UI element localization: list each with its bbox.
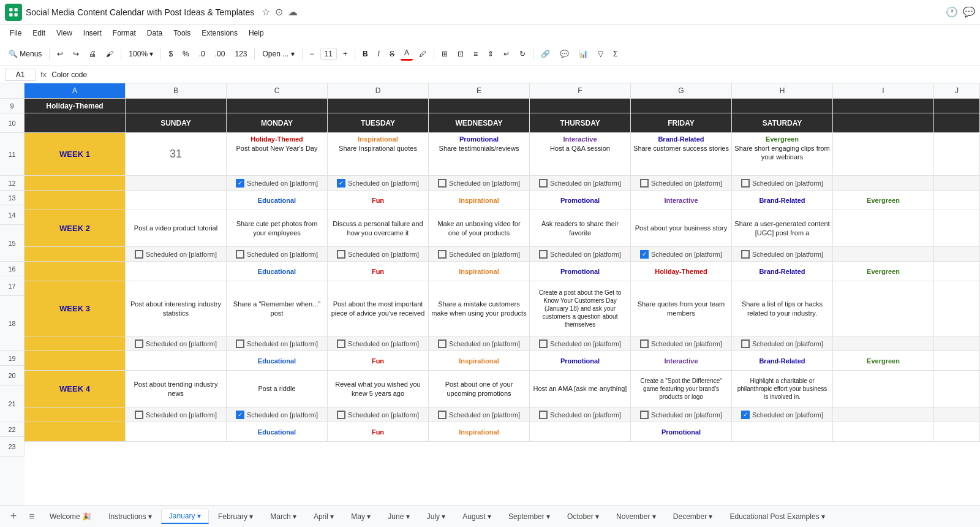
- menu-help[interactable]: Help: [244, 28, 269, 39]
- menu-tools[interactable]: Tools: [168, 28, 195, 39]
- checkbox-w4-mon[interactable]: ✓: [236, 411, 244, 419]
- percent-button[interactable]: %: [179, 48, 193, 60]
- tab-march[interactable]: March ▾: [262, 509, 304, 524]
- tab-june[interactable]: June ▾: [380, 509, 417, 524]
- week2-check-c[interactable]: Scheduled on [platform]: [227, 247, 328, 262]
- more-formats[interactable]: 123: [231, 48, 251, 60]
- week4-check-d[interactable]: Scheduled on [platform]: [328, 408, 429, 422]
- italic-button[interactable]: I: [374, 48, 383, 60]
- tab-november[interactable]: November ▾: [608, 509, 664, 524]
- print-button[interactable]: 🖨: [85, 48, 100, 60]
- checkbox-w2-thu[interactable]: [539, 250, 548, 259]
- checkbox-w1-tue[interactable]: ✓: [337, 179, 345, 188]
- col-header-b[interactable]: B: [126, 83, 227, 98]
- font-size[interactable]: 11: [320, 48, 337, 60]
- redo-button[interactable]: ↪: [69, 48, 83, 60]
- functions-button[interactable]: Σ: [609, 48, 621, 60]
- history-icon[interactable]: ⊙: [275, 6, 283, 18]
- checkbox-w3-wed[interactable]: [438, 339, 447, 348]
- increase-decimal[interactable]: .00: [211, 48, 229, 60]
- col-header-g[interactable]: G: [631, 83, 732, 98]
- checkbox-w4-fri[interactable]: [640, 411, 649, 419]
- bold-button[interactable]: B: [359, 48, 372, 60]
- sheet-menu-button[interactable]: ≡: [23, 508, 40, 525]
- week4-check-e[interactable]: Scheduled on [platform]: [429, 408, 530, 422]
- activity-icon[interactable]: 🕐: [946, 6, 958, 18]
- menu-file[interactable]: File: [5, 28, 26, 39]
- checkbox-w3-tue[interactable]: [337, 339, 345, 348]
- checkbox-w3-mon[interactable]: [236, 339, 244, 348]
- merge-button[interactable]: ⊡: [454, 48, 467, 60]
- tab-january[interactable]: January ▾: [161, 509, 209, 524]
- strikethrough-button[interactable]: S: [386, 48, 398, 60]
- checkbox-w1-fri[interactable]: [640, 179, 649, 188]
- checkbox-w4-thu[interactable]: [539, 411, 548, 419]
- increase-font[interactable]: +: [339, 48, 351, 60]
- week3-check-d[interactable]: Scheduled on [platform]: [328, 336, 429, 351]
- col-header-h[interactable]: H: [732, 83, 833, 98]
- col-header-e[interactable]: E: [429, 83, 530, 98]
- tab-april[interactable]: April ▾: [306, 509, 342, 524]
- checkbox-w3-thu[interactable]: [539, 339, 548, 348]
- col-header-a[interactable]: A: [24, 83, 126, 98]
- cell-reference[interactable]: A1: [5, 69, 36, 81]
- week1-friday-check[interactable]: Scheduled on [platform]: [631, 176, 732, 191]
- week2-check-e[interactable]: Scheduled on [platform]: [429, 247, 530, 262]
- font-dropdown[interactable]: Open ... ▾: [258, 48, 298, 60]
- checkbox-w2-sat[interactable]: [741, 250, 750, 259]
- checkbox-w4-sat[interactable]: ✓: [741, 411, 750, 419]
- week3-check-b[interactable]: Scheduled on [platform]: [126, 336, 227, 351]
- checkbox-w2-mon[interactable]: [236, 250, 244, 259]
- checkbox-w1-wed[interactable]: [438, 179, 447, 188]
- highlight-button[interactable]: 🖊: [415, 48, 430, 60]
- menu-edit[interactable]: Edit: [28, 28, 50, 39]
- search-button[interactable]: 🔍 Menus: [5, 48, 45, 60]
- week3-check-e[interactable]: Scheduled on [platform]: [429, 336, 530, 351]
- checkbox-w1-mon[interactable]: ✓: [236, 179, 244, 188]
- chat-icon[interactable]: 💬: [963, 6, 975, 18]
- add-sheet-button[interactable]: +: [5, 508, 22, 525]
- decrease-font[interactable]: −: [306, 48, 318, 60]
- menu-view[interactable]: View: [51, 28, 77, 39]
- week1-saturday-check[interactable]: Scheduled on [platform]: [732, 176, 833, 191]
- checkbox-w3-sat[interactable]: [741, 339, 750, 348]
- week2-check-f[interactable]: Scheduled on [platform]: [530, 247, 631, 262]
- wrap-button[interactable]: ↵: [500, 48, 513, 60]
- cloud-icon[interactable]: ☁: [288, 6, 298, 18]
- checkbox-w2-fri[interactable]: ✓: [640, 250, 649, 259]
- undo-button[interactable]: ↩: [53, 48, 67, 60]
- tab-august[interactable]: August ▾: [454, 509, 499, 524]
- menu-extensions[interactable]: Extensions: [197, 28, 243, 39]
- week2-check-g[interactable]: ✓Scheduled on [platform]: [631, 247, 732, 262]
- checkbox-w4-wed[interactable]: [438, 411, 447, 419]
- week2-check-b[interactable]: Scheduled on [platform]: [126, 247, 227, 262]
- checkbox-w1-thu[interactable]: [539, 179, 548, 188]
- currency-button[interactable]: $: [165, 48, 176, 60]
- valign-button[interactable]: ⇕: [484, 48, 497, 60]
- week3-check-h[interactable]: Scheduled on [platform]: [732, 336, 833, 351]
- col-header-j[interactable]: J: [934, 83, 980, 98]
- tab-february[interactable]: February ▾: [210, 509, 261, 524]
- week4-check-f[interactable]: Scheduled on [platform]: [530, 408, 631, 422]
- col-header-i[interactable]: I: [833, 83, 934, 98]
- tab-may[interactable]: May ▾: [343, 509, 379, 524]
- col-header-c[interactable]: C: [227, 83, 328, 98]
- chart-button[interactable]: 📊: [575, 48, 592, 60]
- comment-button[interactable]: 💬: [556, 48, 573, 60]
- tab-september[interactable]: September ▾: [500, 509, 558, 524]
- col-header-d[interactable]: D: [328, 83, 429, 98]
- week1-tuesday-check[interactable]: ✓ Scheduled on [platform]: [328, 176, 429, 191]
- week4-check-h[interactable]: ✓Scheduled on [platform]: [732, 408, 833, 422]
- menu-format[interactable]: Format: [108, 28, 141, 39]
- checkbox-w3-fri[interactable]: [640, 339, 649, 348]
- week2-check-h[interactable]: Scheduled on [platform]: [732, 247, 833, 262]
- link-button[interactable]: 🔗: [537, 48, 554, 60]
- checkbox-w2-tue[interactable]: [337, 250, 345, 259]
- tab-october[interactable]: October ▾: [559, 509, 607, 524]
- week4-check-g[interactable]: Scheduled on [platform]: [631, 408, 732, 422]
- checkbox-w2-wed[interactable]: [438, 250, 447, 259]
- zoom-dropdown[interactable]: 100% ▾: [125, 48, 157, 60]
- menu-data[interactable]: Data: [142, 28, 167, 39]
- tab-december[interactable]: December ▾: [665, 509, 721, 524]
- checkbox-w2-sun[interactable]: [135, 250, 143, 259]
